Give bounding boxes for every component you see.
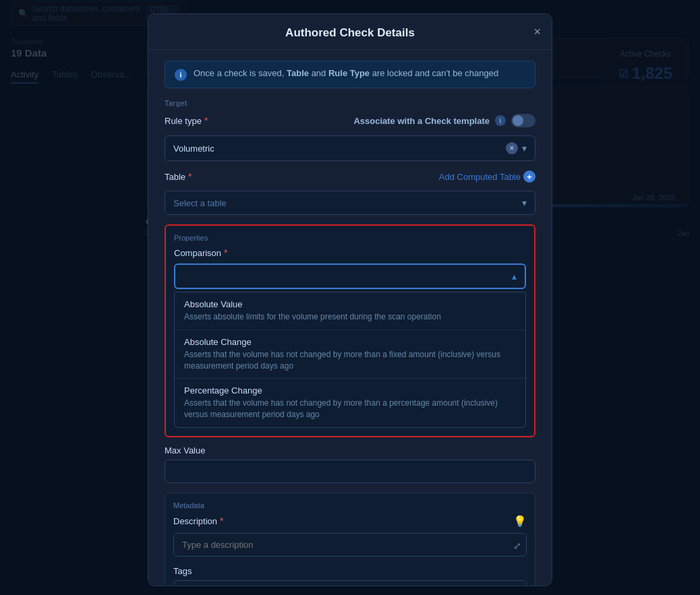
associate-label: Associate with a Check template: [353, 116, 490, 126]
add-computed-plus-icon: +: [523, 170, 535, 183]
comparison-label: Comparison *: [174, 247, 526, 258]
description-label: Description *: [173, 515, 223, 526]
description-required: *: [220, 515, 223, 526]
select-right: × ▾: [506, 142, 527, 154]
clear-rule-type-button[interactable]: ×: [506, 142, 518, 154]
rule-type-select[interactable]: Volumetric × ▾: [165, 135, 535, 161]
max-value-group: Max Value: [165, 445, 535, 483]
modal-title: Authored Check Details: [285, 26, 415, 40]
rule-type-required: *: [204, 115, 208, 126]
description-input-wrap: ⤢: [173, 533, 527, 557]
expand-icon[interactable]: ⤢: [513, 540, 521, 551]
table-label: Table *: [165, 171, 428, 182]
table-placeholder: Select a table: [173, 198, 227, 208]
toggle-knob: [513, 115, 523, 126]
tags-select[interactable]: ▾: [173, 580, 527, 586]
table-select-wrap: Select a table ▾: [165, 191, 535, 215]
dropdown-item-title-2: Percentage Change: [184, 385, 516, 396]
add-computed-label: Add Computed Table: [439, 172, 521, 182]
comparison-dropdown: ▴ Absolute Value Asserts absolute limits…: [174, 263, 526, 428]
modal-close-button[interactable]: ×: [533, 26, 541, 38]
bulb-icon[interactable]: 💡: [513, 515, 527, 528]
target-section-label: Target: [165, 99, 535, 107]
comparison-dropdown-list: Absolute Value Asserts absolute limits f…: [174, 292, 526, 428]
rule-type-chevron-icon: ▾: [522, 143, 527, 154]
associate-toggle[interactable]: [511, 114, 535, 127]
tags-label: Tags: [173, 566, 527, 576]
info-text: Once a check is saved, Table and Rule Ty…: [194, 68, 498, 78]
add-computed-table-button[interactable]: Add Computed Table +: [439, 170, 535, 183]
properties-label: Properties: [174, 234, 526, 242]
description-input[interactable]: [173, 533, 527, 557]
modal-body: i Once a check is saved, Table and Rule …: [148, 50, 552, 586]
table-chevron-icon: ▾: [522, 197, 527, 208]
dropdown-item-percentage-change[interactable]: Percentage Change Asserts that the volum…: [175, 379, 525, 427]
modal-overlay: Authored Check Details × i Once a check …: [0, 0, 700, 595]
comparison-required: *: [224, 247, 227, 258]
comparison-chevron-icon: ▴: [512, 271, 517, 282]
rule-type-label: Rule type *: [165, 115, 343, 126]
dropdown-item-absolute-change[interactable]: Absolute Change Asserts that the volume …: [175, 330, 525, 379]
description-row: Description * 💡: [173, 515, 527, 528]
metadata-section: Metadata Description * 💡 ⤢ Tags: [165, 493, 535, 586]
max-value-input[interactable]: [165, 460, 535, 483]
table-required: *: [188, 171, 192, 182]
rule-type-value: Volumetric: [173, 144, 214, 154]
metadata-label: Metadata: [173, 501, 527, 509]
dropdown-item-title-0: Absolute Value: [184, 299, 516, 309]
associate-info-icon[interactable]: i: [495, 115, 506, 126]
comparison-trigger[interactable]: ▴: [174, 263, 526, 289]
table-row: Table * Add Computed Table +: [165, 170, 535, 183]
rule-type-select-wrap: Volumetric × ▾: [165, 135, 535, 161]
dropdown-item-desc-2: Asserts that the volume has not changed …: [184, 398, 516, 420]
info-banner: i Once a check is saved, Table and Rule …: [165, 61, 535, 88]
rule-type-group: Rule type *: [165, 115, 343, 126]
dropdown-item-desc-0: Asserts absolute limits for the volume p…: [184, 311, 516, 323]
rule-type-row: Rule type * Associate with a Check templ…: [165, 114, 535, 127]
modal-header: Authored Check Details ×: [148, 14, 552, 50]
max-value-label: Max Value: [165, 445, 535, 456]
dropdown-item-title-1: Absolute Change: [184, 337, 516, 347]
modal-dialog: Authored Check Details × i Once a check …: [148, 13, 552, 586]
properties-box: Properties Comparison * ▴ Absolute Value: [165, 224, 535, 437]
info-icon: i: [175, 69, 187, 81]
dropdown-item-absolute-value[interactable]: Absolute Value Asserts absolute limits f…: [175, 292, 525, 330]
dropdown-item-desc-1: Asserts that the volume has not changed …: [184, 349, 516, 372]
associate-template-row: Associate with a Check template i: [353, 114, 535, 127]
table-select[interactable]: Select a table ▾: [165, 191, 535, 215]
